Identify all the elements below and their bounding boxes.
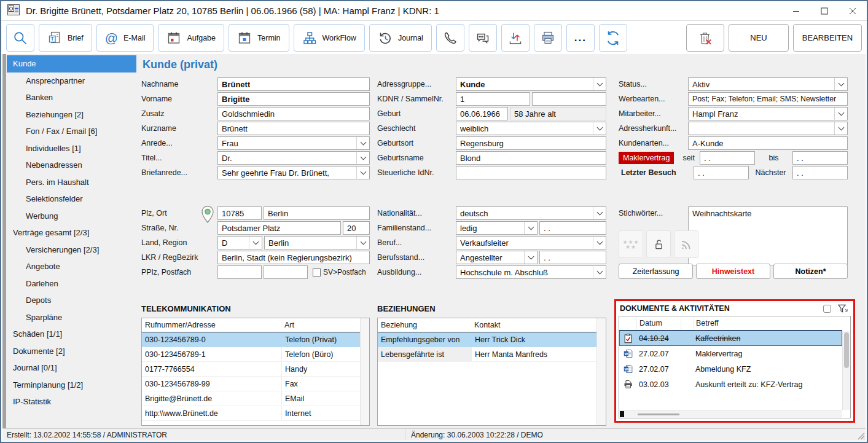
sidebar-item-kunde[interactable]: Kunde	[7, 55, 136, 73]
table-row[interactable]: Lebensgefährte istHerr Manta Manfreds	[378, 347, 596, 362]
kurzname-field[interactable]: Brünett	[217, 122, 370, 135]
sidebar-item-fon-fax-email[interactable]: Fon / Fax / Email [6]	[7, 123, 136, 140]
workflow-button[interactable]: WorkFlow	[294, 24, 365, 52]
geburtsname-field[interactable]: Blond	[456, 151, 606, 165]
familienstand-select[interactable]: ledig	[456, 221, 538, 235]
table-row[interactable]: http:\\www.Brünett.deInternet	[142, 406, 360, 421]
sammelnr-field[interactable]	[532, 92, 606, 106]
naechster-besuch-field[interactable]: . .	[792, 166, 848, 179]
brief-button[interactable]: T Brief	[39, 24, 92, 52]
mitarbeiter-select[interactable]: Hampl Franz	[688, 107, 848, 120]
land-select[interactable]: D	[217, 236, 262, 249]
chevron-down-icon[interactable]	[356, 167, 369, 179]
chevron-down-icon[interactable]	[834, 122, 847, 135]
new-button[interactable]: NEU	[729, 24, 789, 52]
sidebar-item-angebote[interactable]: Angebote	[7, 258, 136, 275]
stichwoerter-textarea[interactable]: Weihnachtskarte	[688, 206, 848, 265]
geschlecht-select[interactable]: weiblich	[456, 122, 606, 135]
nachname-field[interactable]: Brünett	[217, 77, 370, 91]
chevron-down-icon[interactable]	[593, 266, 606, 278]
sidebar-item-vertraege-gesamt[interactable]: Verträge gesamt [2/3]	[7, 224, 136, 241]
table-row[interactable]: 0177-7766554Handy	[142, 362, 360, 377]
table-row[interactable]: W 27.02.07 Abmeldung KFZ	[619, 361, 842, 377]
zusatz-field[interactable]: Goldschmiedin	[217, 107, 370, 120]
sidebar-item-darlehen[interactable]: Darlehen	[7, 275, 136, 292]
email-button[interactable]: @ E-Mail	[96, 24, 154, 52]
minimize-button[interactable]	[782, 1, 810, 20]
phone-button[interactable]	[436, 24, 464, 52]
steuerid-field[interactable]	[456, 166, 606, 179]
ausbildung-select[interactable]: Hochschule m. Abschluß	[456, 265, 606, 279]
chat-button[interactable]	[469, 24, 497, 52]
maximize-button[interactable]	[810, 1, 839, 20]
table-row[interactable]: 030-123456789-1Telefon (Büro)	[142, 347, 360, 362]
berufsstand-datum-field[interactable]: . .	[539, 251, 606, 264]
ort-field[interactable]: Berlin	[264, 206, 370, 220]
werbearten-field[interactable]: Post; Fax; Telefon; Email; SMS; Newslett…	[688, 92, 848, 106]
table-row[interactable]: 030-123456789-0Telefon (Privat)	[142, 332, 360, 347]
notizen-button[interactable]: Notizen*	[773, 264, 848, 279]
sidebar-item-individuelles[interactable]: Individuelles [1]	[7, 140, 136, 157]
relations-scrollbar[interactable]	[596, 318, 606, 425]
table-row[interactable]: Empfehlungsgeber vonHerr Trick Dick	[378, 332, 596, 347]
journal-button[interactable]: Journal	[369, 24, 432, 52]
pplz-field[interactable]	[217, 265, 262, 279]
sidebar-splitter[interactable]	[2, 54, 6, 428]
chevron-down-icon[interactable]	[593, 122, 606, 135]
documents-checkbox[interactable]	[823, 305, 831, 313]
search-button[interactable]	[6, 24, 34, 52]
sidebar-item-beziehungen[interactable]: Beziehungen [2]	[7, 106, 136, 123]
table-row[interactable]: 03.02.03 Auskunft erteilt zu: KFZ-Vertra…	[619, 377, 842, 392]
sidebar-item-selektionsfelder[interactable]: Selektionsfelder	[7, 190, 136, 208]
table-row[interactable]: 030-123456789-99Fax	[142, 377, 360, 391]
table-row[interactable]: W 27.02.07 Maklervertrag	[619, 346, 842, 361]
edit-button[interactable]: BEARBEITEN	[793, 24, 862, 52]
familienstand-datum-field[interactable]: . .	[539, 221, 606, 235]
sidebar-item-journal[interactable]: Journal [0/1]	[7, 359, 136, 377]
plz-field[interactable]: 10785	[217, 206, 262, 220]
sidebar-item-ip-statistik[interactable]: IP-Statistik	[7, 393, 136, 410]
lkr-field[interactable]: Berlin, Stadt (kein Regierungsbezirk)	[217, 251, 370, 264]
chevron-down-icon[interactable]	[524, 251, 537, 264]
maklervertrag-bis-field[interactable]: . .	[792, 151, 848, 165]
rating-button[interactable]: ★★★★★	[619, 230, 643, 258]
close-button[interactable]	[839, 1, 867, 20]
sidebar-item-terminplanung[interactable]: Terminplanung [1/2]	[7, 377, 136, 394]
sidebar-item-ansprechpartner[interactable]: Ansprechpartner	[7, 73, 136, 90]
strasse-field[interactable]: Potsdamer Platz	[217, 221, 341, 235]
lock-button[interactable]	[646, 230, 671, 258]
sidebar-item-nebenadressen[interactable]: Nebenadressen	[7, 157, 136, 174]
telecom-scrollbar[interactable]	[360, 318, 369, 425]
chevron-down-icon[interactable]	[834, 108, 847, 120]
titel-select[interactable]: Dr.	[217, 151, 370, 165]
table-row[interactable]: 04.10.24 Kaffeetrinken	[619, 331, 842, 346]
geburtsdatum-field[interactable]: 06.06.1966	[456, 107, 508, 120]
status-select[interactable]: Aktiv	[688, 77, 848, 91]
zeiterfassung-button[interactable]: Zeiterfassung	[619, 264, 693, 279]
kundenarten-field[interactable]: A-Kunde	[688, 136, 848, 150]
region-select[interactable]: Berlin	[264, 236, 370, 249]
chevron-down-icon[interactable]	[524, 222, 537, 234]
adressherkunft-select[interactable]	[688, 122, 848, 135]
kdnr-field[interactable]: 1	[456, 92, 530, 106]
sidebar-item-schaeden[interactable]: Schäden [1/1]	[7, 326, 136, 343]
geburtsort-field[interactable]: Regensburg	[456, 136, 606, 150]
sidebar-item-pers-im-haushalt[interactable]: Pers. im Haushalt	[7, 174, 136, 191]
hausnummer-field[interactable]: 20	[343, 221, 370, 235]
import-export-button[interactable]	[501, 24, 530, 52]
table-row[interactable]: Brigitte@Brünett.deEMail	[142, 391, 360, 406]
beruf-select[interactable]: Verkaufsleiter	[456, 236, 606, 249]
chevron-down-icon[interactable]	[834, 78, 847, 90]
adressgruppe-select[interactable]: Kunde	[456, 77, 606, 91]
chevron-down-icon[interactable]	[249, 237, 262, 249]
refresh-button[interactable]	[599, 24, 627, 52]
filter-icon[interactable]	[837, 304, 848, 313]
chevron-down-icon[interactable]	[593, 78, 606, 90]
chevron-down-icon[interactable]	[356, 137, 369, 149]
delete-button[interactable]	[686, 24, 724, 52]
berufsstand-select[interactable]: Angestellter	[456, 251, 538, 264]
chevron-down-icon[interactable]	[593, 237, 606, 249]
sidebar-item-banken[interactable]: Banken	[7, 89, 136, 106]
chevron-down-icon[interactable]	[593, 207, 606, 219]
aufgabe-button[interactable]: Aufgabe	[158, 24, 224, 52]
